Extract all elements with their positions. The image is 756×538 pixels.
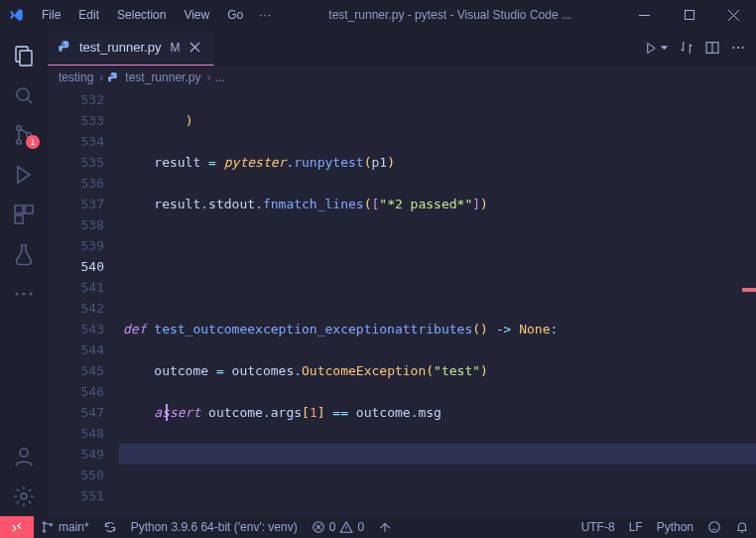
text-cursor xyxy=(166,404,168,421)
status-notifications[interactable] xyxy=(728,516,756,538)
editor-body: 532 533 534 535 536 537 538 539 540 541 … xyxy=(48,89,756,516)
breadcrumbs[interactable]: testing› test_runner.py› ... xyxy=(48,66,756,89)
window-maximize-button[interactable] xyxy=(667,0,711,30)
breadcrumb-overflow[interactable]: ... xyxy=(214,70,224,84)
window-title: test_runner.py - pytest - Visual Studio … xyxy=(278,8,622,22)
title-bar: File Edit Selection View Go ··· test_run… xyxy=(0,0,756,30)
breadcrumb-file[interactable]: test_runner.py› xyxy=(107,70,211,84)
svg-point-12 xyxy=(29,292,32,295)
status-live-share[interactable] xyxy=(371,516,399,538)
menu-file[interactable]: File xyxy=(34,4,68,26)
activity-source-control[interactable]: 1 xyxy=(0,115,48,155)
tabs-row: test_runner.py M xyxy=(48,30,756,66)
status-encoding[interactable]: UTF-8 xyxy=(574,516,622,538)
svg-rect-7 xyxy=(15,205,23,213)
menu-edit[interactable]: Edit xyxy=(70,4,107,26)
line-number-gutter[interactable]: 532 533 534 535 536 537 538 539 540 541 … xyxy=(67,89,119,516)
scm-badge: 1 xyxy=(26,135,40,149)
menu-overflow[interactable]: ··· xyxy=(253,4,278,26)
activity-testing[interactable] xyxy=(0,234,48,274)
diff-changes-button[interactable] xyxy=(679,40,694,56)
breadcrumb-folder[interactable]: testing› xyxy=(59,70,104,84)
glyph-margin xyxy=(48,89,67,516)
status-bar: main* Python 3.9.6 64-bit ('env': venv) … xyxy=(0,516,756,538)
svg-point-10 xyxy=(15,292,18,295)
svg-point-11 xyxy=(22,292,25,295)
status-sync[interactable] xyxy=(96,516,124,538)
window-controls xyxy=(622,0,756,30)
split-editor-button[interactable] xyxy=(704,40,720,56)
editor-group: test_runner.py M xyxy=(48,30,756,516)
tab-actions xyxy=(644,40,756,56)
tab-modified-marker: M xyxy=(170,41,180,55)
svg-point-13 xyxy=(20,449,28,457)
svg-point-3 xyxy=(17,88,29,100)
status-language[interactable]: Python xyxy=(650,516,700,538)
main: 1 test_runner.py M xyxy=(0,30,756,516)
svg-point-14 xyxy=(21,493,27,499)
window-close-button[interactable] xyxy=(711,0,756,30)
remote-indicator[interactable] xyxy=(0,516,34,538)
svg-point-5 xyxy=(17,140,21,144)
svg-rect-0 xyxy=(685,11,693,20)
status-branch[interactable]: main* xyxy=(34,516,96,538)
activity-bar: 1 xyxy=(0,30,48,516)
menu-go[interactable]: Go xyxy=(219,4,251,26)
menu-bar: File Edit Selection View Go ··· xyxy=(34,4,278,26)
menu-view[interactable]: View xyxy=(176,4,217,26)
tab-close-button[interactable] xyxy=(187,39,203,56)
svg-rect-8 xyxy=(25,205,33,213)
activity-accounts[interactable] xyxy=(0,437,48,476)
code-editor[interactable]: ) result = pytester.runpytest(p1) result… xyxy=(119,89,756,516)
activity-explorer[interactable] xyxy=(0,36,48,75)
svg-point-17 xyxy=(737,47,739,49)
svg-point-19 xyxy=(43,522,45,524)
svg-point-21 xyxy=(50,524,52,526)
status-interpreter[interactable]: Python 3.9.6 64-bit ('env': venv) xyxy=(124,516,305,538)
svg-rect-9 xyxy=(15,215,23,223)
status-feedback[interactable] xyxy=(700,516,728,538)
overview-ruler[interactable] xyxy=(742,89,756,516)
python-file-icon xyxy=(107,71,120,84)
overview-marker xyxy=(742,288,756,292)
activity-run-debug[interactable] xyxy=(0,155,48,195)
tab-label: test_runner.py xyxy=(79,40,161,55)
activity-overflow[interactable] xyxy=(0,274,48,314)
svg-point-23 xyxy=(709,522,720,533)
svg-point-18 xyxy=(742,47,744,49)
svg-point-16 xyxy=(732,47,734,49)
window-minimize-button[interactable] xyxy=(622,0,667,30)
editor-more-button[interactable] xyxy=(730,40,746,56)
svg-point-20 xyxy=(43,530,45,532)
status-problems[interactable]: 0 0 xyxy=(305,516,371,538)
run-file-button[interactable] xyxy=(644,41,669,56)
svg-rect-2 xyxy=(20,51,32,66)
python-file-icon xyxy=(58,40,72,55)
tab-test-runner[interactable]: test_runner.py M xyxy=(48,30,214,66)
activity-search[interactable] xyxy=(0,75,48,115)
menu-selection[interactable]: Selection xyxy=(109,4,174,26)
vscode-icon xyxy=(8,7,24,23)
status-eol[interactable]: LF xyxy=(622,516,650,538)
activity-settings[interactable] xyxy=(0,476,48,516)
activity-extensions[interactable] xyxy=(0,195,48,234)
